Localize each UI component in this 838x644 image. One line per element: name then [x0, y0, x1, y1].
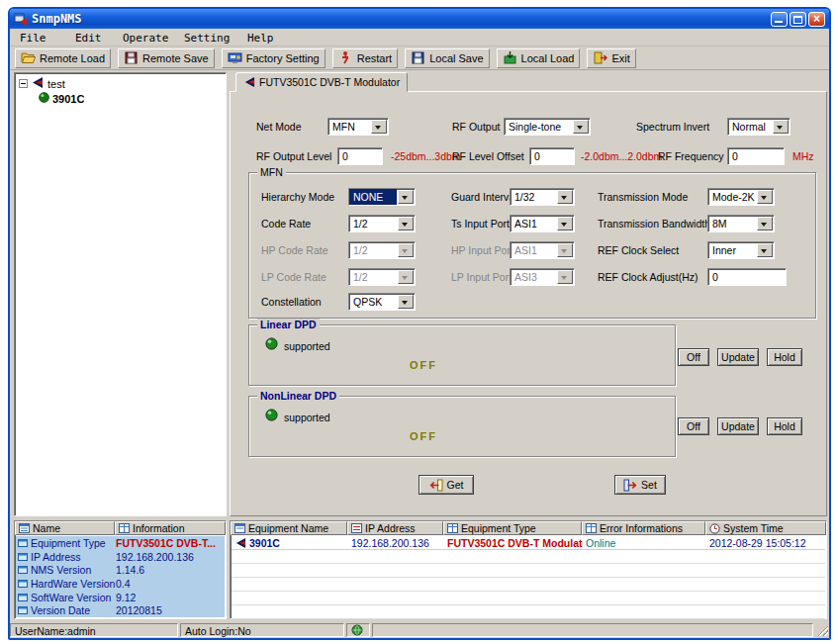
nonlinear-dpd-off-button[interactable]: Off	[678, 417, 709, 435]
rf-frequency-input[interactable]: 0	[727, 147, 785, 165]
tree-expander[interactable]	[19, 79, 28, 88]
device-header-equipment-name[interactable]: Equipment Name	[231, 521, 347, 535]
transmission-bandwidth-label: Transmission Bandwidth	[598, 218, 710, 230]
get-button[interactable]: Get	[419, 475, 474, 495]
tab-futv3501c-dvb-t-modulator[interactable]: FUTV3501C DVB-T Modulator	[235, 72, 408, 92]
set-button[interactable]: Set	[614, 475, 666, 495]
restart-button[interactable]: Restart	[332, 48, 398, 68]
guard-interval-select[interactable]: 1/32	[510, 188, 575, 206]
tree-node-test[interactable]: test	[47, 78, 65, 90]
table-row[interactable]: IP Address 192.168.200.136	[16, 550, 225, 564]
code-rate-value: 1/2	[349, 216, 397, 231]
device-time: 2012-08-29 15:05:12	[706, 537, 825, 549]
nonlinear-dpd-title: NonLinear DPD	[257, 390, 339, 402]
constellation-select[interactable]: QPSK	[348, 293, 416, 311]
info-header-information[interactable]: Information	[115, 521, 226, 535]
ts-input-port-select[interactable]: ASI1	[510, 215, 575, 232]
tab-label: FUTV3501C DVB-T Modulator	[259, 76, 400, 88]
nms-arrow-icon	[243, 76, 255, 88]
ts-input-port-label: Ts Input Port	[451, 218, 510, 230]
hp-code-rate-select: 1/2	[348, 241, 416, 259]
rf-frequency-unit: MHz	[792, 150, 814, 162]
device-header-label: Equipment Name	[248, 522, 328, 534]
tree-node-3901c[interactable]: 3901C	[52, 93, 84, 105]
window-title: SnmpNMS	[32, 12, 769, 26]
get-button-label: Get	[447, 479, 464, 491]
table-row[interactable]: NMS Version 1.14.6	[16, 563, 225, 577]
table-row[interactable]: Version Date 20120815	[16, 603, 225, 617]
menu-item-edit[interactable]: Edit	[75, 32, 102, 45]
lp-input-port-label: LP Input Port	[451, 271, 512, 283]
remote-load-button[interactable]: Remote Load	[15, 48, 111, 68]
hp-code-rate-value: 1/2	[349, 242, 397, 258]
nonlinear-dpd-update-button[interactable]: Update	[717, 417, 759, 435]
menu-item-help[interactable]: Help	[247, 32, 274, 45]
ref-clock-adjust-input[interactable]: 0	[707, 268, 787, 286]
spectrum-invert-label: Spectrum Invert	[636, 121, 709, 133]
empty-row	[232, 550, 825, 564]
linear-dpd-update-button[interactable]: Update	[717, 348, 759, 366]
device-header-ip-address[interactable]: IP Address	[347, 521, 443, 535]
toolbar-button-label: Factory Setting	[246, 52, 320, 64]
chevron-down-icon	[557, 190, 573, 204]
toolbar-button-label: Restart	[357, 52, 392, 64]
transmission-mode-select[interactable]: Mode-2K	[707, 188, 775, 206]
rf-output-level-input[interactable]: 0	[337, 147, 383, 165]
info-value: 192.168.200.136	[116, 551, 225, 563]
code-rate-select[interactable]: 1/2	[348, 215, 416, 232]
lp-input-port-select: ASI3	[510, 268, 575, 286]
titlebar[interactable]: SnmpNMS	[10, 9, 829, 29]
lp-input-port-value: ASI3	[511, 269, 556, 285]
rf-output-select[interactable]: Single-tone	[504, 118, 591, 136]
chevron-down-icon	[371, 120, 387, 134]
rf-level-offset-label: RF Level Offset	[452, 150, 524, 162]
device-header-system-time[interactable]: System Time	[705, 521, 826, 535]
exit-door-icon	[593, 50, 607, 65]
spectrum-invert-select[interactable]: Normal	[727, 118, 791, 136]
info-value: 20120815	[116, 604, 225, 616]
net-mode-select[interactable]: MFN	[327, 118, 389, 136]
ref-clock-select[interactable]: Inner	[707, 241, 775, 259]
table-row[interactable]: HardWare Version 0.4	[16, 577, 225, 591]
local-save-button[interactable]: Local Save	[405, 48, 489, 68]
menu-item-setting[interactable]: Setting	[184, 32, 230, 45]
chevron-down-icon	[757, 243, 773, 257]
list-icon	[234, 523, 245, 533]
linear-dpd-off-button[interactable]: Off	[678, 348, 709, 366]
info-name: NMS Version	[31, 564, 91, 576]
linear-dpd-hold-button[interactable]: Hold	[767, 348, 802, 366]
window-icon	[18, 539, 28, 547]
menu-item-operate[interactable]: Operate	[123, 32, 168, 45]
device-rows: 3901C 192.168.200.136 FUTV3501C DVB-T Mo…	[232, 536, 825, 617]
table-row[interactable]: 3901C 192.168.200.136 FUTV3501C DVB-T Mo…	[232, 536, 825, 550]
rf-level-offset-input[interactable]: 0	[529, 147, 575, 165]
folder-open-icon	[21, 50, 36, 65]
window-icon	[18, 594, 28, 601]
minimize-button[interactable]	[771, 12, 788, 27]
factory-setting-button[interactable]: Factory Setting	[222, 48, 326, 68]
nonlinear-dpd-hold-button[interactable]: Hold	[767, 417, 802, 435]
resize-grip-icon[interactable]	[816, 624, 828, 636]
table-row[interactable]: SoftWare Version 9.12	[16, 591, 225, 604]
local-load-button[interactable]: Local Load	[497, 48, 581, 68]
maximize-button[interactable]	[790, 12, 806, 27]
close-button[interactable]	[808, 12, 825, 27]
app-window: SnmpNMS File Edit Operate Setting Help R…	[8, 7, 831, 640]
hierarchy-mode-select[interactable]: NONE	[348, 188, 416, 206]
device-header-equipment-type[interactable]: Equipment Type	[443, 521, 582, 535]
menu-item-file[interactable]: File	[20, 32, 47, 45]
exit-button[interactable]: Exit	[587, 48, 635, 68]
remote-save-button[interactable]: Remote Save	[118, 48, 215, 68]
hierarchy-mode-label: Hierarchy Mode	[261, 191, 334, 203]
chevron-down-icon	[773, 120, 789, 134]
modulator-form: Net Mode MFN RF Output Single-tone Spect…	[242, 99, 826, 514]
menubar: File Edit Operate Setting Help	[10, 29, 829, 46]
device-header-error-informations[interactable]: Error Informations	[582, 521, 705, 535]
hp-input-port-value: ASI1	[511, 242, 556, 258]
info-header-name[interactable]: Name	[15, 521, 115, 535]
table-row[interactable]: Equipment Type FUTV3501C DVB-T...	[16, 536, 225, 550]
nonlinear-dpd-state: OFF	[410, 430, 437, 442]
network-icon	[351, 523, 362, 533]
device-online-icon	[39, 92, 49, 103]
transmission-bandwidth-select[interactable]: 8M	[707, 215, 775, 232]
